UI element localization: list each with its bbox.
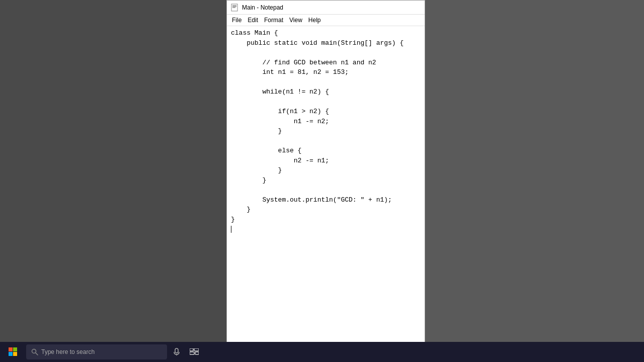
code-line: class Main { bbox=[231, 28, 421, 38]
window-title: Main - Notepad bbox=[242, 4, 421, 11]
svg-rect-12 bbox=[190, 348, 193, 351]
text-cursor bbox=[231, 226, 231, 233]
code-line: else { bbox=[231, 146, 421, 156]
code-line: if(n1 > n2) { bbox=[231, 107, 421, 117]
svg-rect-15 bbox=[195, 352, 199, 354]
code-line: } bbox=[231, 215, 421, 225]
task-view-button[interactable] bbox=[184, 342, 204, 362]
code-line: } bbox=[231, 126, 421, 136]
code-line: System.out.println("GCD: " + n1); bbox=[231, 195, 421, 205]
menu-format[interactable]: Format bbox=[261, 16, 286, 25]
search-placeholder-text: Type here to search bbox=[41, 348, 95, 355]
windows-logo-icon bbox=[9, 347, 18, 356]
taskbar: Type here to search bbox=[0, 342, 644, 362]
code-line bbox=[231, 97, 421, 107]
start-button[interactable] bbox=[2, 342, 24, 362]
code-line: n1 -= n2; bbox=[231, 117, 421, 127]
svg-rect-13 bbox=[194, 348, 199, 351]
svg-rect-4 bbox=[9, 347, 13, 351]
menu-bar: File Edit Format View Help bbox=[227, 15, 425, 26]
code-line bbox=[231, 77, 421, 87]
code-line: } bbox=[231, 205, 421, 215]
code-line: int n1 = 81, n2 = 153; bbox=[231, 67, 421, 77]
code-line: n2 -= n1; bbox=[231, 156, 421, 166]
taskbar-search-bar[interactable]: Type here to search bbox=[26, 344, 167, 359]
menu-view[interactable]: View bbox=[286, 16, 305, 25]
code-line bbox=[231, 136, 421, 146]
desktop-left-area bbox=[0, 0, 226, 347]
code-line: while(n1 != n2) { bbox=[231, 87, 421, 97]
microphone-button[interactable] bbox=[169, 344, 184, 359]
code-line: } bbox=[231, 175, 421, 186]
code-line: // find GCD between n1 and n2 bbox=[231, 58, 421, 68]
menu-file[interactable]: File bbox=[229, 16, 245, 25]
svg-rect-5 bbox=[13, 347, 17, 351]
notepad-app-icon bbox=[231, 4, 239, 12]
title-bar: Main - Notepad bbox=[227, 1, 425, 15]
svg-rect-7 bbox=[13, 352, 17, 356]
svg-rect-6 bbox=[9, 352, 13, 356]
code-line bbox=[231, 48, 421, 58]
cursor-line bbox=[231, 224, 421, 234]
code-line: public static void main(String[] args) { bbox=[231, 38, 421, 48]
code-line: } bbox=[231, 165, 421, 175]
text-editor[interactable]: class Main { public static void main(Str… bbox=[227, 26, 425, 346]
svg-line-9 bbox=[36, 353, 38, 355]
svg-rect-14 bbox=[190, 352, 194, 354]
menu-edit[interactable]: Edit bbox=[245, 16, 261, 25]
search-icon bbox=[31, 348, 38, 355]
code-line bbox=[231, 185, 421, 195]
notepad-window: Main - Notepad File Edit Format View Hel… bbox=[226, 0, 425, 347]
microphone-icon bbox=[173, 348, 181, 356]
menu-help[interactable]: Help bbox=[305, 16, 324, 25]
task-view-icon bbox=[190, 348, 199, 355]
svg-rect-10 bbox=[175, 348, 178, 353]
